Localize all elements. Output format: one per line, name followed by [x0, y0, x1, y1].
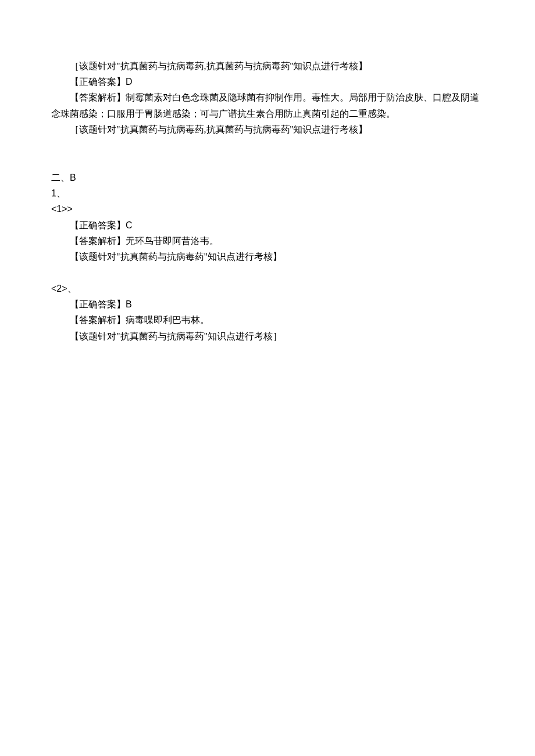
explanation-text: 【答案解析】病毒喋即利巴韦林。: [70, 315, 209, 325]
spacer: [51, 137, 484, 153]
question-num-latin: 1: [51, 188, 56, 198]
note-line: 【该题针对"抗真菌药与抗病毒药"知识点进行考核］: [51, 328, 484, 344]
note-text: ［该题针对"抗真菌药与抗病毒药,抗真菌药与抗病毒药''知识点进行考核】: [70, 61, 368, 71]
explanation-line: 【答案解析】病毒喋即利巴韦林。: [51, 312, 484, 328]
sub-question-marker: <2>、: [51, 281, 484, 296]
section-label-cn: 二、: [51, 173, 70, 182]
note-text: 【该题针对"抗真菌药与抗病毒药"知识点进行考核】: [70, 252, 282, 261]
answer-value: B: [126, 299, 132, 309]
answer-label: 【正确答案】: [70, 299, 126, 309]
sub-question-marker: <1>>: [51, 201, 484, 217]
answer-line: 【正确答案】B: [51, 296, 484, 312]
page: ［该题针对"抗真菌药与抗病毒药,抗真菌药与抗病毒药''知识点进行考核】 【正确答…: [0, 0, 535, 344]
answer-line: 【正确答案】C: [51, 217, 484, 233]
section-heading: 二、B: [51, 170, 484, 185]
answer-label: 【正确答案】: [70, 77, 126, 87]
spacer: [51, 153, 484, 170]
answer-line: 【正确答案】D: [51, 74, 484, 89]
question-number: 1、: [51, 185, 484, 201]
explanation-line: 【答案解析】制霉菌素对白色念珠菌及隐球菌有抑制作用。毒性大。局部用于防治皮肤、口…: [51, 89, 484, 121]
sub-question-text: <1>>: [51, 204, 73, 214]
explanation-text: 【答案解析】制霉菌素对白色念珠菌及隐球菌有抑制作用。毒性大。局部用于防治皮肤、口…: [51, 92, 479, 118]
spacer: [51, 264, 484, 281]
sub-question-suffix: 、: [67, 284, 77, 293]
note-line: ［该题针对"抗真菌药与抗病毒药,抗真菌药与抗病毒药''知识点进行考核】: [51, 58, 484, 74]
answer-value: C: [126, 220, 133, 230]
question-num-suffix: 、: [56, 188, 66, 198]
note-text: 【该题针对"抗真菌药与抗病毒药"知识点进行考核］: [70, 331, 282, 341]
section-label-latin: B: [70, 173, 76, 182]
explanation-line: 【答案解析】无环鸟苷即阿昔洛韦。: [51, 233, 484, 249]
answer-label: 【正确答案】: [70, 220, 126, 230]
note-line: ［该题针对"抗真菌药与抗病毒药,抗真菌药与抗病毒药''知识点进行考核】: [51, 121, 484, 137]
answer-value: D: [126, 77, 133, 87]
explanation-text: 【答案解析】无环鸟苷即阿昔洛韦。: [70, 236, 219, 246]
sub-question-text: <2>: [51, 284, 67, 293]
note-text: ［该题针对"抗真菌药与抗病毒药,抗真菌药与抗病毒药''知识点进行考核】: [70, 124, 368, 134]
note-line: 【该题针对"抗真菌药与抗病毒药"知识点进行考核】: [51, 249, 484, 264]
